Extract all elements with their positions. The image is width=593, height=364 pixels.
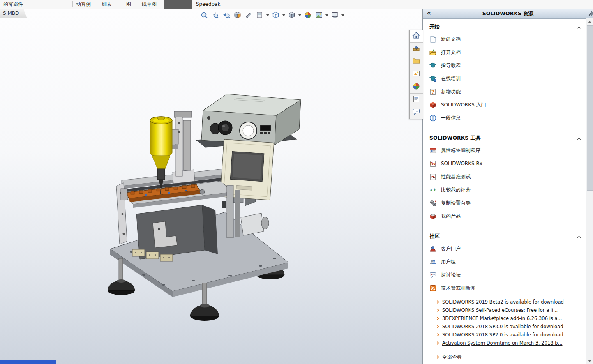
gears-icon bbox=[429, 200, 436, 207]
design-library-icon bbox=[412, 44, 420, 54]
compare-arrows-icon bbox=[429, 187, 436, 194]
resource-item-open-document[interactable]: 打开文档 bbox=[429, 46, 584, 59]
news-bullet-icon bbox=[437, 307, 439, 313]
solidworks-window: 的零部件 动算例 细表 图 线草图 Speedpak bbox=[0, 0, 593, 364]
commandmanager-tab-mbd[interactable]: S MBD bbox=[0, 9, 27, 18]
dropdown-caret-icon[interactable] bbox=[325, 11, 329, 20]
scrollbar-thumb[interactable] bbox=[587, 25, 593, 191]
graduation-cap-icon bbox=[429, 62, 436, 69]
toolbar-tab-drawing[interactable]: 图 bbox=[126, 0, 131, 9]
gauge-icon bbox=[429, 173, 436, 180]
section-header-tools[interactable]: SOLIDWORKS 工具 bbox=[429, 132, 584, 144]
task-pane-scrollbar[interactable] bbox=[586, 18, 593, 364]
news-item[interactable]: SOLIDWORKS 2019 Beta2 is available for d… bbox=[437, 298, 584, 306]
view-palette-tab[interactable] bbox=[410, 68, 423, 81]
resource-item-new-document[interactable]: 新建文档 bbox=[429, 32, 584, 46]
rss-icon bbox=[429, 285, 436, 292]
resource-item-user-groups[interactable]: 用户组 bbox=[429, 255, 584, 268]
view-settings-icon[interactable] bbox=[330, 11, 340, 20]
dropdown-caret-icon[interactable] bbox=[341, 11, 345, 20]
custom-properties-tab[interactable] bbox=[410, 94, 423, 106]
resource-item-copy-settings-wizard[interactable]: 复制设置向导 bbox=[429, 196, 584, 210]
resource-item-my-products[interactable]: 我的产品 bbox=[429, 210, 584, 223]
collapse-pane-button[interactable]: « bbox=[427, 9, 431, 18]
news-item[interactable]: 3DEXPERIENCE Marketplace add-in 6.26.306… bbox=[437, 314, 584, 323]
toolbar-tab-motion-study[interactable]: 动算例 bbox=[76, 0, 91, 9]
resource-item-tutorials[interactable]: 指导教程 bbox=[429, 59, 584, 72]
red-cube-icon bbox=[429, 101, 436, 108]
headsup-view-toolbar bbox=[199, 11, 345, 20]
news-item[interactable]: Activation System Downtime on March 3, 2… bbox=[437, 339, 584, 347]
taskbar-fragment bbox=[0, 360, 56, 364]
pushpin-icon[interactable] bbox=[588, 10, 593, 18]
section-title: SOLIDWORKS 工具 bbox=[429, 135, 481, 142]
top-toolbar: 的零部件 动算例 细表 图 线草图 Speedpak bbox=[0, 0, 593, 9]
news-item[interactable]: SOLIDWORKS 2018 SP2.0 is available for d… bbox=[437, 331, 584, 339]
solidworks-forum-tab[interactable] bbox=[410, 106, 423, 119]
graphics-viewport[interactable]: S MBD bbox=[0, 9, 422, 364]
section-view-icon[interactable] bbox=[232, 11, 242, 20]
toolbar-separator bbox=[138, 1, 138, 7]
assembly-model-dispensing-machine[interactable] bbox=[0, 9, 422, 364]
resource-item-solidworks-rx[interactable]: Rx SOLIDWORKS Rx bbox=[429, 157, 584, 170]
news-item[interactable]: SOLIDWORKS 2018 SP3.0 is available for d… bbox=[437, 323, 584, 331]
zoom-to-area-icon[interactable] bbox=[210, 11, 220, 20]
toolbar-tab-sketch[interactable]: 线草图 bbox=[142, 0, 157, 9]
scroll-down-icon[interactable] bbox=[586, 357, 593, 364]
open-document-icon bbox=[429, 49, 436, 56]
toolbar-active-tab[interactable] bbox=[164, 0, 192, 9]
resource-item-tech-alerts-news[interactable]: 技术警戒和新闻 bbox=[429, 281, 584, 295]
toolbar-tab-components[interactable]: 的零部件 bbox=[3, 0, 23, 9]
dropdown-caret-icon[interactable] bbox=[265, 11, 270, 20]
view-orientation-icon[interactable] bbox=[270, 11, 281, 20]
toolbar-separator bbox=[122, 1, 122, 7]
annotation-view-icon[interactable] bbox=[243, 11, 254, 20]
section-title: 开始 bbox=[429, 23, 440, 30]
solidworks-resources-tab[interactable] bbox=[410, 30, 423, 43]
resource-item-whats-new[interactable]: ? 新增功能 bbox=[429, 85, 584, 98]
toolbar-tab-bom[interactable]: 细表 bbox=[102, 0, 112, 9]
user-groups-icon bbox=[429, 258, 436, 265]
chevron-up-icon[interactable] bbox=[577, 134, 581, 142]
resource-item-discussion-forum[interactable]: 探讨论坛 bbox=[429, 268, 584, 281]
customer-portal-icon bbox=[429, 245, 436, 252]
online-training-icon bbox=[429, 75, 436, 82]
view-all-link[interactable]: 全部查看 bbox=[437, 353, 584, 361]
previous-view-icon[interactable] bbox=[221, 11, 231, 20]
resource-item-customer-portal[interactable]: 客户门户 bbox=[429, 242, 584, 255]
news-bullet-icon bbox=[437, 324, 439, 329]
section-header-start[interactable]: 开始 bbox=[429, 21, 584, 32]
display-style-icon[interactable] bbox=[286, 11, 297, 20]
resource-item-property-tab-builder[interactable]: 属性标签编制程序 bbox=[429, 144, 584, 157]
appearances-scenes-tab[interactable] bbox=[410, 81, 423, 94]
resource-item-performance-benchmark[interactable]: 性能基准测试 bbox=[429, 170, 584, 183]
news-bullet-icon bbox=[437, 299, 439, 305]
forum-bubble-icon bbox=[429, 272, 436, 279]
custom-properties-icon bbox=[412, 95, 420, 105]
section-header-community[interactable]: 社区 bbox=[429, 230, 584, 242]
resource-item-general-info[interactable]: 一般信息 bbox=[429, 111, 584, 124]
display-states-icon[interactable] bbox=[254, 11, 265, 20]
news-item[interactable]: SOLIDWORKS Self-Paced eCourses: Free for… bbox=[437, 306, 584, 314]
task-pane: « SOLIDWORKS 资源 开始 新建文档 bbox=[422, 9, 593, 364]
edit-appearance-icon[interactable] bbox=[302, 11, 313, 20]
resource-item-introducing-solidworks[interactable]: SOLIDWORKS 入门 bbox=[429, 98, 584, 111]
resource-item-compare-my-score[interactable]: 比较我的评分 bbox=[429, 183, 584, 196]
toolbar-tab-speedpak[interactable]: Speedpak bbox=[196, 0, 221, 9]
zoom-to-fit-icon[interactable] bbox=[199, 11, 209, 20]
dropdown-caret-icon[interactable] bbox=[298, 11, 302, 20]
design-library-tab[interactable] bbox=[410, 43, 423, 55]
chevron-up-icon[interactable] bbox=[577, 233, 581, 240]
dropdown-caret-icon[interactable] bbox=[282, 11, 286, 20]
file-explorer-tab[interactable] bbox=[410, 55, 423, 68]
toolbar-separator bbox=[72, 1, 73, 7]
view-palette-icon bbox=[412, 69, 420, 79]
apply-scene-icon[interactable] bbox=[314, 11, 324, 20]
resource-item-online-training[interactable]: 在线培训 bbox=[429, 72, 584, 85]
folder-icon bbox=[412, 57, 420, 67]
task-pane-title: SOLIDWORKS 资源 bbox=[482, 10, 534, 17]
scroll-up-icon[interactable] bbox=[586, 18, 593, 25]
svg-text:?: ? bbox=[431, 89, 434, 94]
chevron-up-icon[interactable] bbox=[577, 23, 581, 31]
property-tab-builder-icon bbox=[429, 147, 436, 154]
